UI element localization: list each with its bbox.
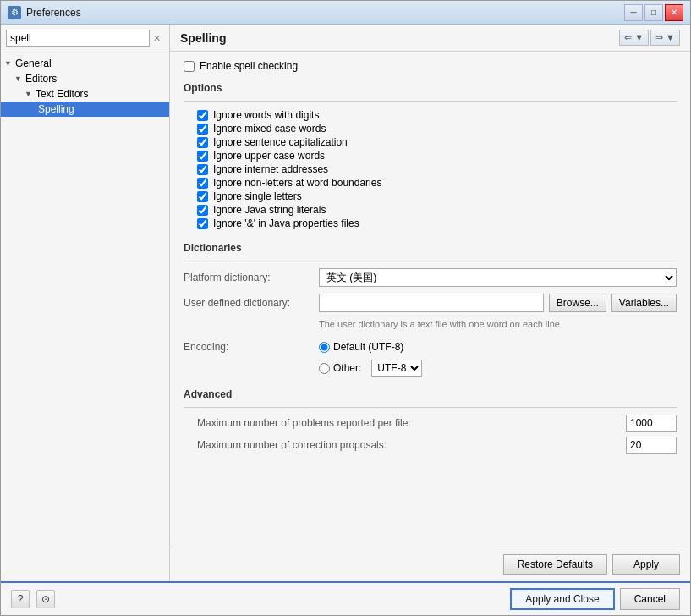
enable-spell-checking-row: Enable spell checking	[184, 60, 677, 72]
sidebar-item-general[interactable]: ▼ General	[1, 56, 169, 71]
option-ignore-internet-checkbox[interactable]	[197, 164, 208, 175]
bottom-left-buttons: ? ⊙	[11, 590, 55, 608]
option-ignore-upper-case-checkbox[interactable]	[197, 151, 208, 162]
problems-label: Maximum number of problems reported per …	[197, 417, 626, 429]
dictionary-hint: The user dictionary is a text file with …	[184, 319, 677, 329]
advanced-divider	[184, 407, 677, 408]
option-ignore-upper-case-label: Ignore upper case words	[213, 150, 325, 162]
browse-button[interactable]: Browse...	[549, 294, 606, 312]
option-ignore-single: Ignore single letters	[184, 190, 677, 203]
arrow-icon: ▼	[25, 90, 32, 98]
content-area: ✕ ▼ General ▼ Editors ▼ Text Editors Spe…	[1, 25, 690, 581]
option-ignore-sentence-cap-label: Ignore sentence capitalization	[213, 136, 348, 148]
problems-row: Maximum number of problems reported per …	[184, 415, 677, 432]
corrections-input[interactable]	[626, 437, 677, 454]
option-ignore-upper-case: Ignore upper case words	[184, 149, 677, 162]
dictionaries-divider	[184, 261, 677, 261]
main-content: Enable spell checking Options Ignore wor…	[170, 52, 690, 547]
bottom-bar: ? ⊙ Apply and Close Cancel	[1, 581, 690, 615]
dictionaries-section: Dictionaries Platform dictionary: 英文 (美国…	[184, 242, 677, 329]
user-dictionary-input[interactable]	[319, 294, 544, 312]
cancel-button[interactable]: Cancel	[620, 588, 680, 610]
close-button[interactable]: ✕	[665, 4, 683, 21]
main-header: Spelling ⇐ ▼ ⇒ ▼	[170, 25, 690, 52]
encoding-other-label: Other:	[333, 362, 361, 374]
platform-dictionary-label: Platform dictionary:	[184, 272, 319, 283]
sidebar-item-label: General	[15, 58, 52, 69]
preferences-icon-button[interactable]: ⊙	[36, 590, 55, 608]
sidebar-item-label: Editors	[25, 73, 57, 85]
options-divider	[184, 101, 677, 102]
option-ignore-mixed-case: Ignore mixed case words	[184, 122, 677, 135]
option-ignore-java-string: Ignore Java string literals	[184, 203, 677, 217]
enable-spell-checking-label: Enable spell checking	[200, 60, 298, 72]
encoding-other-row: Other: UTF-8	[184, 360, 677, 377]
options-section-label: Options	[184, 82, 677, 94]
search-input[interactable]	[6, 30, 150, 47]
problems-input[interactable]	[626, 415, 677, 432]
option-ignore-internet: Ignore internet addresses	[184, 162, 677, 176]
option-ignore-non-letters: Ignore non-letters at word boundaries	[184, 176, 677, 190]
sidebar-item-editors[interactable]: ▼ Editors	[1, 71, 169, 86]
corrections-label: Maximum number of correction proposals:	[197, 439, 626, 451]
option-ignore-ampersand-label: Ignore '&' in Java properties files	[213, 217, 359, 229]
option-ignore-ampersand: Ignore '&' in Java properties files	[184, 217, 677, 230]
options-section: Options Ignore words with digits Ignore …	[184, 82, 677, 230]
window-icon: ⚙	[8, 6, 21, 19]
option-ignore-java-string-label: Ignore Java string literals	[213, 204, 326, 216]
tree-area: ▼ General ▼ Editors ▼ Text Editors Spell…	[1, 52, 169, 581]
user-dictionary-row: User defined dictionary: Browse... Varia…	[184, 294, 677, 312]
main-panel: Spelling ⇐ ▼ ⇒ ▼ Enable spell checking O…	[170, 25, 690, 581]
apply-button[interactable]: Apply	[612, 554, 680, 575]
option-ignore-sentence-cap: Ignore sentence capitalization	[184, 135, 677, 149]
sidebar-item-text-editors[interactable]: ▼ Text Editors	[1, 86, 169, 102]
option-ignore-java-string-checkbox[interactable]	[197, 205, 208, 216]
corrections-row: Maximum number of correction proposals:	[184, 437, 677, 454]
restore-defaults-button[interactable]: Restore Defaults	[503, 554, 607, 575]
option-ignore-non-letters-checkbox[interactable]	[197, 178, 208, 189]
bottom-right-buttons: Apply and Close Cancel	[510, 588, 680, 610]
option-ignore-ampersand-checkbox[interactable]	[197, 218, 208, 229]
variables-button[interactable]: Variables...	[611, 294, 677, 312]
option-ignore-mixed-case-checkbox[interactable]	[197, 124, 208, 135]
encoding-other-select[interactable]: UTF-8	[371, 360, 422, 377]
page-title: Spelling	[180, 31, 226, 45]
option-ignore-sentence-cap-checkbox[interactable]	[197, 137, 208, 148]
platform-dictionary-row: Platform dictionary: 英文 (美国)	[184, 268, 677, 287]
option-ignore-single-label: Ignore single letters	[213, 190, 302, 202]
sidebar-item-label: Spelling	[38, 103, 74, 115]
sidebar-item-spelling[interactable]: Spelling	[1, 102, 169, 117]
title-bar: ⚙ Preferences ─ □ ✕	[1, 1, 690, 25]
option-ignore-digits: Ignore words with digits	[184, 108, 677, 122]
encoding-default-label: Default (UTF-8)	[333, 341, 403, 353]
option-ignore-single-checkbox[interactable]	[197, 191, 208, 202]
advanced-section: Advanced Maximum number of problems repo…	[184, 388, 677, 454]
option-ignore-digits-label: Ignore words with digits	[213, 109, 319, 121]
window-title: Preferences	[26, 7, 624, 19]
option-ignore-mixed-case-label: Ignore mixed case words	[213, 123, 326, 135]
nav-buttons: ⇐ ▼ ⇒ ▼	[619, 30, 680, 46]
encoding-row: Encoding: Default (UTF-8)	[184, 341, 677, 353]
minimize-button[interactable]: ─	[624, 4, 643, 21]
footer-buttons: Restore Defaults Apply	[170, 547, 690, 581]
encoding-label: Encoding:	[184, 341, 319, 353]
platform-dictionary-select[interactable]: 英文 (美国)	[319, 268, 677, 287]
option-ignore-digits-checkbox[interactable]	[197, 110, 208, 121]
dictionaries-section-label: Dictionaries	[184, 242, 677, 254]
encoding-default-radio[interactable]	[319, 342, 330, 353]
maximize-button[interactable]: □	[644, 4, 663, 21]
nav-back-button[interactable]: ⇐ ▼	[619, 30, 649, 46]
user-dictionary-label: User defined dictionary:	[184, 297, 319, 309]
help-button[interactable]: ?	[11, 590, 30, 608]
encoding-section: Encoding: Default (UTF-8) Other: UTF-8	[184, 341, 677, 377]
option-ignore-non-letters-label: Ignore non-letters at word boundaries	[213, 177, 381, 189]
nav-forward-button[interactable]: ⇒ ▼	[650, 30, 680, 46]
apply-and-close-button[interactable]: Apply and Close	[510, 588, 614, 610]
encoding-other-radio[interactable]	[319, 363, 330, 374]
enable-spell-checking-checkbox[interactable]	[184, 61, 195, 72]
advanced-section-label: Advanced	[184, 388, 677, 400]
search-clear-icon[interactable]: ✕	[150, 31, 164, 46]
arrow-icon: ▼	[4, 59, 12, 68]
search-box: ✕	[1, 25, 169, 52]
sidebar-item-label: Text Editors	[36, 88, 89, 100]
